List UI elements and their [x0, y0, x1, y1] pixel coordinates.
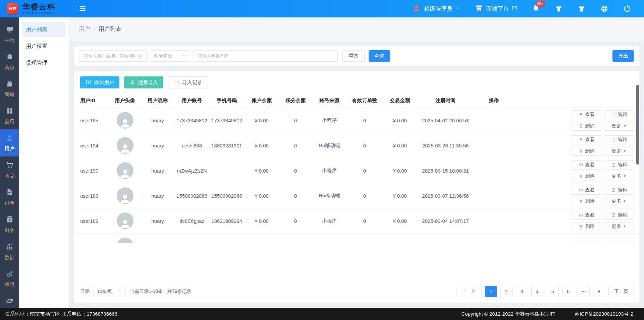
more-button[interactable]: 更多▼: [604, 172, 634, 181]
sidebar-item-platform[interactable]: 平台: [0, 21, 19, 48]
page-button-1[interactable]: 1: [485, 286, 497, 297]
clothes-icon-b[interactable]: [578, 5, 586, 13]
upload-icon: [129, 79, 135, 86]
cell-points: 0: [279, 193, 312, 199]
cell-orders: 0: [347, 218, 382, 224]
prev-page-button[interactable]: 上一页: [456, 286, 482, 297]
doc-list-icon: [174, 79, 179, 86]
globe-icon[interactable]: [600, 5, 608, 13]
sidebar-item-resources[interactable]: 资源: [0, 292, 19, 308]
keyword-input[interactable]: [79, 50, 147, 62]
cell-balance: ¥ 0.00: [244, 218, 279, 224]
cell-avatar: [109, 137, 141, 154]
search-button[interactable]: 查询: [369, 50, 390, 62]
view-button[interactable]: 查看: [572, 186, 601, 195]
next-page-button[interactable]: 下一页: [608, 286, 634, 297]
edit-button[interactable]: 编辑: [604, 161, 634, 170]
sidebar-collapse-button[interactable]: [78, 4, 87, 13]
cell-avatar: [109, 112, 141, 129]
account-source-select[interactable]: 账号来源: [150, 50, 190, 62]
clothes-icon-a[interactable]: [555, 5, 563, 13]
delete-button[interactable]: 删除: [572, 172, 601, 181]
submenu-item-user-list[interactable]: 用户列表: [22, 22, 66, 37]
view-button[interactable]: 查看: [572, 161, 601, 170]
submenu-item-user-settings[interactable]: 用户设置: [22, 39, 66, 54]
admin-avatar-icon: [412, 4, 421, 14]
delete-button[interactable]: 删除: [572, 147, 601, 156]
cell-nickname: huary: [141, 143, 174, 148]
view-button[interactable]: 查看: [572, 211, 601, 220]
cell-balance: ¥ 0.00: [244, 168, 279, 174]
fold-icon: [78, 4, 87, 13]
primary-sidebar: 平台 首页 商城 应用 用户 商品: [0, 17, 19, 308]
delete-button[interactable]: 删除: [572, 122, 601, 131]
cell-source: 小程序: [312, 168, 347, 174]
sidebar-item-data[interactable]: 数据: [0, 238, 19, 265]
footer: 联系地址：南京市栖霞区 联系电话：17368736666 Copyright ©…: [0, 308, 644, 320]
caret-down-icon: ▼: [623, 200, 627, 203]
view-button[interactable]: 查看: [572, 135, 601, 144]
mall-platform-link[interactable]: 商城平台: [475, 4, 517, 14]
cell-points: 0: [279, 168, 312, 174]
sidebar-item-goods[interactable]: 商品: [0, 156, 19, 184]
cell-phone: 18809281901: [209, 143, 244, 148]
sidebar-item-finance[interactable]: ¥ 财务: [0, 211, 19, 238]
submenu-item-withdraw-management[interactable]: 提现管理: [22, 56, 66, 70]
sidebar-item-orders[interactable]: 订单: [0, 184, 19, 211]
page-button-6[interactable]: 6: [562, 286, 574, 297]
cell-register-time: 2025-03-15 10:00:31: [417, 168, 474, 174]
cell-user-id: user195: [74, 118, 109, 123]
sidebar-item-users[interactable]: 用户: [0, 129, 19, 156]
notifications-button[interactable]: 99+: [532, 4, 540, 13]
page-button-3[interactable]: 3: [516, 286, 528, 297]
cell-account: 15508902066: [174, 193, 209, 199]
sidebar-item-permissions[interactable]: 权限: [0, 265, 19, 292]
add-user-button[interactable]: 添加用户: [80, 76, 119, 88]
breadcrumb-section[interactable]: 用户: [79, 25, 90, 33]
batch-import-button[interactable]: 批量导入: [124, 76, 163, 88]
cell-user-id: user189: [74, 193, 109, 199]
admin-user-menu[interactable]: 超级管理员: [412, 4, 460, 14]
import-record-button[interactable]: 导入记录: [168, 76, 208, 88]
apps-grid-icon: [6, 107, 14, 116]
page-button-2[interactable]: 2: [500, 286, 513, 297]
phone-input[interactable]: [194, 50, 338, 62]
cell-register-time: 2025-03-04 14:07:17: [417, 218, 474, 224]
page-button-4[interactable]: 4: [531, 286, 543, 297]
cell-actions: 查看 编辑 删除 更多▼: [474, 186, 639, 206]
power-icon[interactable]: [623, 5, 631, 13]
cell-amount: ¥ 0.00: [382, 143, 417, 148]
edit-button[interactable]: 编辑: [604, 110, 634, 119]
edit-button[interactable]: 编辑: [604, 135, 634, 144]
sidebar-item-apps[interactable]: 应用: [0, 102, 19, 129]
page-ellipsis-button[interactable]: •••: [578, 286, 590, 297]
page-button-8[interactable]: 8: [593, 286, 605, 297]
page-button-5[interactable]: 5: [547, 286, 559, 297]
more-button[interactable]: 更多▼: [604, 122, 634, 131]
more-button[interactable]: 更多▼: [604, 222, 634, 231]
cell-source: 小程序: [312, 117, 347, 124]
account-source-placeholder: 账号来源: [154, 53, 172, 59]
cell-nickname: huary: [141, 118, 174, 123]
cell-avatar: [109, 187, 141, 204]
cell-register-time: 2025-03-07 12:36:56: [417, 193, 474, 199]
export-button[interactable]: 导出: [612, 50, 634, 62]
page-size-select[interactable]: 10条/页: [94, 286, 126, 297]
scrollbar-thumb[interactable]: [636, 85, 639, 165]
chevron-down-icon: [182, 53, 186, 59]
cell-balance: ¥ 0.00: [244, 118, 279, 123]
brand-badge: HR: [7, 3, 18, 14]
edit-button[interactable]: 编辑: [604, 211, 634, 220]
edit-button[interactable]: 编辑: [604, 186, 634, 195]
delete-button[interactable]: 删除: [572, 222, 601, 231]
sidebar-item-mall[interactable]: 商城: [0, 75, 19, 102]
delete-button[interactable]: 删除: [572, 197, 601, 206]
sidebar-item-home[interactable]: 首页: [0, 48, 19, 75]
more-button[interactable]: 更多▼: [604, 147, 634, 156]
cell-amount: ¥ 0.00: [382, 218, 417, 224]
view-button[interactable]: 查看: [572, 110, 601, 119]
reset-button[interactable]: 重置: [342, 50, 365, 62]
cell-user-id: user188: [74, 218, 109, 224]
app-root: HR 华睿云科 HUARUIYUNKE 超级管理员: [0, 0, 644, 320]
more-button[interactable]: 更多▼: [604, 197, 634, 206]
